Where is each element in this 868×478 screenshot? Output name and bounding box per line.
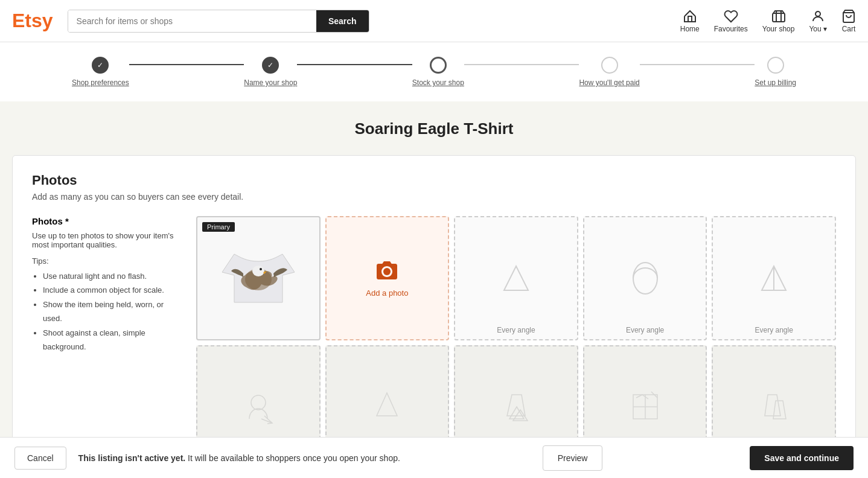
photos-label: Photos * bbox=[32, 216, 177, 226]
progress-line-3 bbox=[464, 64, 579, 65]
photo-cell-add[interactable]: Add a photo bbox=[325, 216, 450, 340]
search-input[interactable] bbox=[68, 10, 316, 32]
page-title: Soaring Eagle T-Shirt bbox=[12, 119, 856, 138]
photo-cell-3[interactable]: Every angle bbox=[454, 216, 578, 340]
nav-shop-label: Your shop bbox=[762, 25, 795, 33]
angle-icon-5 bbox=[753, 257, 795, 299]
step-label-3: Stock your shop bbox=[412, 78, 464, 87]
tip-2: Include a common object for scale. bbox=[43, 283, 177, 297]
tip-4: Shoot against a clean, simple background… bbox=[43, 326, 177, 354]
primary-badge: Primary bbox=[202, 222, 235, 232]
card-subtitle: Add as many as you can so buyers can see… bbox=[32, 192, 836, 202]
nav-you[interactable]: You ▾ bbox=[809, 9, 827, 33]
progress-bar: ✓ Shop preferences ✓ Name your shop Stoc… bbox=[72, 57, 796, 87]
step-circle-3 bbox=[430, 57, 447, 74]
photos-description: Use up to ten photos to show your item's… bbox=[32, 231, 177, 249]
tshirt-image bbox=[197, 217, 319, 339]
angle-icon-10 bbox=[753, 386, 795, 428]
cart-icon bbox=[841, 9, 856, 24]
photos-info: Photos * Use up to ten photos to show yo… bbox=[32, 216, 177, 469]
heart-icon bbox=[724, 9, 738, 24]
svg-point-7 bbox=[383, 268, 391, 275]
etsy-logo[interactable]: Etsy bbox=[12, 10, 53, 32]
nav-you-label: You ▾ bbox=[809, 25, 827, 33]
step-label-4: How you'll get paid bbox=[579, 78, 639, 87]
photo-cell-5[interactable]: Every angle bbox=[712, 216, 836, 340]
step-billing[interactable]: Set up billing bbox=[755, 57, 796, 87]
progress-section: ✓ Shop preferences ✓ Name your shop Stoc… bbox=[0, 42, 868, 101]
photos-card: Photos Add as many as you can so buyers … bbox=[12, 155, 856, 478]
tip-1: Use natural light and no flash. bbox=[43, 269, 177, 283]
step-get-paid[interactable]: How you'll get paid bbox=[579, 57, 639, 87]
inactive-notice-text: It will be available to shoppers once yo… bbox=[188, 453, 400, 463]
angle-icon-4 bbox=[624, 257, 666, 299]
step-shop-preferences[interactable]: ✓ Shop preferences bbox=[72, 57, 129, 87]
nav-cart-label: Cart bbox=[842, 25, 856, 33]
nav-your-shop[interactable]: Your shop bbox=[762, 9, 795, 33]
svg-rect-1 bbox=[773, 13, 785, 22]
svg-point-2 bbox=[815, 11, 820, 16]
step-circle-5 bbox=[767, 57, 784, 74]
camera-icon bbox=[376, 259, 398, 285]
svg-rect-0 bbox=[688, 16, 692, 22]
angle-label-5: Every angle bbox=[755, 326, 793, 334]
step-label-2: Name your shop bbox=[244, 78, 297, 87]
search-bar: Search bbox=[68, 10, 369, 33]
cancel-button[interactable]: Cancel bbox=[14, 447, 66, 470]
inactive-notice-bold: This listing isn't active yet. bbox=[78, 453, 186, 463]
step-circle-1: ✓ bbox=[92, 57, 109, 74]
step-label-5: Set up billing bbox=[755, 78, 796, 87]
main-content: Soaring Eagle T-Shirt Photos Add as many… bbox=[0, 101, 868, 478]
nav-icons: Home Favourites Your shop You ▾ bbox=[680, 9, 856, 33]
bottom-bar: Cancel This listing isn't active yet. It… bbox=[0, 437, 868, 478]
step-label-1: Shop preferences bbox=[72, 78, 129, 87]
nav-home[interactable]: Home bbox=[680, 9, 700, 33]
card-title: Photos bbox=[32, 173, 836, 188]
home-icon bbox=[683, 9, 697, 24]
shop-icon bbox=[771, 9, 786, 24]
angle-icon-8 bbox=[495, 386, 537, 428]
svg-point-6 bbox=[260, 268, 262, 270]
step-name-shop[interactable]: ✓ Name your shop bbox=[244, 57, 297, 87]
tip-3: Show the item being held, worn, or used. bbox=[43, 298, 177, 326]
nav-favourites-label: Favourites bbox=[714, 25, 748, 33]
angle-icon-7 bbox=[366, 386, 408, 428]
nav-cart[interactable]: Cart bbox=[841, 9, 856, 33]
angle-label-4: Every angle bbox=[626, 326, 664, 334]
svg-point-10 bbox=[251, 395, 266, 410]
photos-grid: Primary bbox=[196, 216, 836, 469]
angle-icon-3 bbox=[495, 257, 537, 299]
nav-favourites[interactable]: Favourites bbox=[714, 9, 748, 33]
step-circle-4 bbox=[601, 57, 618, 74]
add-photo-label: Add a photo bbox=[366, 288, 408, 298]
step-circle-2: ✓ bbox=[262, 57, 279, 74]
search-button[interactable]: Search bbox=[316, 10, 369, 32]
save-continue-button[interactable]: Save and continue bbox=[750, 446, 854, 470]
svg-point-8 bbox=[633, 263, 657, 294]
header: Etsy Search Home Favourites bbox=[0, 0, 868, 42]
photo-cell-4[interactable]: Every angle bbox=[583, 216, 707, 340]
tips-label: Tips: bbox=[32, 257, 177, 266]
angle-icon-6 bbox=[237, 386, 279, 428]
step-stock-shop[interactable]: Stock your shop bbox=[412, 57, 464, 87]
tips-list: Use natural light and no flash. Include … bbox=[32, 269, 177, 354]
photos-section: Photos * Use up to ten photos to show yo… bbox=[32, 216, 836, 469]
user-icon bbox=[811, 9, 825, 24]
progress-line-2 bbox=[297, 64, 412, 65]
svg-point-5 bbox=[252, 266, 264, 276]
photo-cell-primary[interactable]: Primary bbox=[196, 216, 321, 340]
progress-line-1 bbox=[129, 64, 244, 65]
progress-line-4 bbox=[640, 64, 755, 65]
inactive-notice: This listing isn't active yet. It will b… bbox=[78, 453, 400, 463]
preview-button[interactable]: Preview bbox=[543, 445, 603, 471]
nav-home-label: Home bbox=[680, 25, 700, 33]
angle-icon-9 bbox=[624, 386, 666, 428]
angle-label-3: Every angle bbox=[497, 326, 535, 334]
